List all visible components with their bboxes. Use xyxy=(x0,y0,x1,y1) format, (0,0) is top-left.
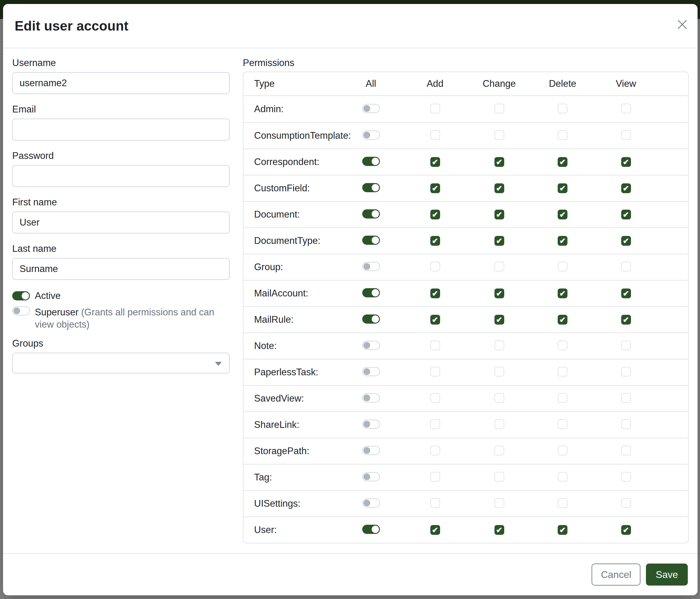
permission-add-checkbox[interactable] xyxy=(430,103,440,113)
permission-add-checkbox[interactable] xyxy=(430,419,440,429)
permission-delete-checkbox[interactable] xyxy=(558,393,568,403)
permission-all-toggle[interactable] xyxy=(362,393,380,403)
permission-change-checkbox[interactable]: ✔ xyxy=(495,315,504,325)
permission-add-checkbox[interactable] xyxy=(430,393,440,403)
permission-all-toggle[interactable] xyxy=(362,183,380,192)
permission-delete-checkbox[interactable]: ✔ xyxy=(558,288,568,298)
permission-delete-checkbox[interactable] xyxy=(558,130,568,140)
permission-view-checkbox[interactable] xyxy=(621,130,631,140)
permission-change-checkbox[interactable] xyxy=(495,340,504,350)
permission-add-checkbox[interactable] xyxy=(430,130,440,140)
permission-change-checkbox[interactable] xyxy=(495,498,504,508)
permission-add-checkbox[interactable] xyxy=(430,498,440,508)
permission-all-toggle[interactable] xyxy=(362,525,380,534)
permission-add-checkbox[interactable] xyxy=(430,367,440,377)
permission-view-checkbox[interactable]: ✔ xyxy=(621,157,631,167)
permission-change-checkbox[interactable] xyxy=(495,130,504,140)
permission-change-checkbox[interactable] xyxy=(495,472,504,482)
permission-change-checkbox[interactable]: ✔ xyxy=(495,525,504,535)
permission-delete-checkbox[interactable]: ✔ xyxy=(558,525,568,535)
permission-all-toggle[interactable] xyxy=(362,157,380,166)
superuser-toggle[interactable] xyxy=(12,306,30,315)
permission-all-toggle[interactable] xyxy=(362,314,380,324)
save-button[interactable]: Save xyxy=(646,564,688,585)
permission-delete-checkbox[interactable]: ✔ xyxy=(558,157,568,167)
permission-add-checkbox[interactable] xyxy=(430,262,440,271)
permission-all-toggle[interactable] xyxy=(362,367,380,376)
permission-view-checkbox[interactable] xyxy=(621,340,631,350)
permission-change-checkbox[interactable] xyxy=(495,446,504,455)
permission-change-checkbox[interactable] xyxy=(495,103,504,113)
permission-view-checkbox[interactable]: ✔ xyxy=(621,525,631,535)
permission-change-checkbox[interactable]: ✔ xyxy=(495,157,504,167)
permission-all-toggle[interactable] xyxy=(362,288,380,297)
permission-all-toggle[interactable] xyxy=(362,209,380,218)
permission-delete-checkbox[interactable] xyxy=(558,472,568,482)
permission-view-checkbox[interactable] xyxy=(621,498,631,508)
permission-all-toggle[interactable] xyxy=(362,104,380,113)
permission-add-checkbox[interactable]: ✔ xyxy=(430,315,440,325)
permission-delete-checkbox[interactable] xyxy=(558,262,568,271)
permission-delete-checkbox[interactable]: ✔ xyxy=(558,210,568,219)
permission-view-checkbox[interactable]: ✔ xyxy=(621,288,631,298)
permission-change-checkbox[interactable] xyxy=(495,367,504,377)
username-input[interactable] xyxy=(12,72,230,94)
last-name-input[interactable] xyxy=(12,258,230,280)
permission-change-checkbox[interactable]: ✔ xyxy=(495,183,504,193)
active-toggle[interactable] xyxy=(12,291,30,301)
first-name-input[interactable] xyxy=(12,212,230,234)
permission-add-checkbox[interactable] xyxy=(430,340,440,350)
permission-add-checkbox[interactable]: ✔ xyxy=(430,525,440,535)
permission-delete-checkbox[interactable] xyxy=(558,367,568,377)
permission-view-checkbox[interactable] xyxy=(621,103,631,113)
permission-delete-checkbox[interactable]: ✔ xyxy=(558,183,568,193)
permission-all-toggle[interactable] xyxy=(362,446,380,455)
permission-view-checkbox[interactable] xyxy=(621,472,631,482)
email-input[interactable] xyxy=(12,119,230,141)
permission-all-toggle[interactable] xyxy=(362,472,380,481)
permission-all-toggle[interactable] xyxy=(362,341,380,350)
permission-delete-checkbox[interactable] xyxy=(558,103,568,113)
permission-delete-checkbox[interactable] xyxy=(558,498,568,508)
permission-delete-checkbox[interactable] xyxy=(558,419,568,429)
modal-title: Edit user account xyxy=(15,18,129,33)
superuser-label: Superuser xyxy=(35,307,78,317)
permission-all-toggle[interactable] xyxy=(362,262,380,271)
permission-view-checkbox[interactable] xyxy=(621,446,631,455)
permission-add-checkbox[interactable]: ✔ xyxy=(430,236,440,246)
permission-view-checkbox[interactable]: ✔ xyxy=(621,236,631,246)
close-button[interactable] xyxy=(676,19,689,31)
permission-row: Group: xyxy=(243,254,688,280)
permission-change-checkbox[interactable]: ✔ xyxy=(495,236,504,246)
permission-delete-checkbox[interactable]: ✔ xyxy=(558,236,568,246)
permission-view-checkbox[interactable] xyxy=(621,367,631,377)
permission-add-checkbox[interactable]: ✔ xyxy=(430,157,440,167)
permission-all-toggle[interactable] xyxy=(362,499,380,508)
cancel-button[interactable]: Cancel xyxy=(592,564,641,585)
permission-view-checkbox[interactable] xyxy=(621,393,631,403)
password-input[interactable] xyxy=(12,165,230,187)
permission-change-checkbox[interactable] xyxy=(495,419,504,429)
permission-add-checkbox[interactable]: ✔ xyxy=(430,210,440,219)
permission-add-checkbox[interactable]: ✔ xyxy=(430,288,440,298)
permission-change-checkbox[interactable]: ✔ xyxy=(495,288,504,298)
permission-row: CustomField:✔✔✔✔ xyxy=(243,175,688,201)
permission-view-checkbox[interactable]: ✔ xyxy=(621,183,631,193)
permission-delete-checkbox[interactable]: ✔ xyxy=(558,315,568,325)
permission-delete-checkbox[interactable] xyxy=(558,340,568,350)
permission-change-checkbox[interactable] xyxy=(495,393,504,403)
permission-view-checkbox[interactable]: ✔ xyxy=(621,315,631,325)
permission-add-checkbox[interactable] xyxy=(430,446,440,455)
permission-view-checkbox[interactable]: ✔ xyxy=(621,210,631,219)
permission-view-checkbox[interactable] xyxy=(621,262,631,271)
permission-all-toggle[interactable] xyxy=(362,236,380,245)
permission-change-checkbox[interactable]: ✔ xyxy=(495,210,504,219)
permission-all-toggle[interactable] xyxy=(362,420,380,429)
groups-select[interactable] xyxy=(12,353,230,374)
permission-view-checkbox[interactable] xyxy=(621,419,631,429)
permission-add-checkbox[interactable]: ✔ xyxy=(430,183,440,193)
permission-add-checkbox[interactable] xyxy=(430,472,440,482)
permission-change-checkbox[interactable] xyxy=(495,262,504,271)
permission-all-toggle[interactable] xyxy=(362,130,380,140)
permission-delete-checkbox[interactable] xyxy=(558,446,568,455)
